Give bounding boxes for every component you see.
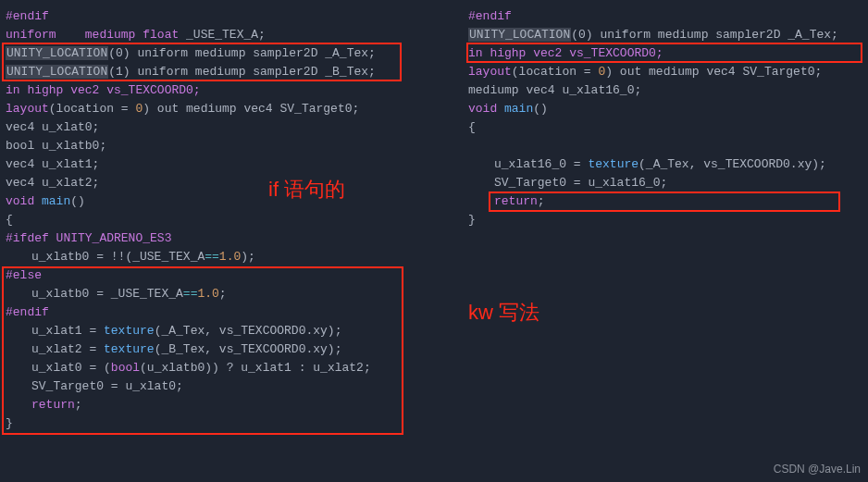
code-line: bool u_xlatb0; — [6, 137, 457, 155]
kw-layout: layout — [6, 102, 49, 116]
code-line: void main() — [6, 192, 457, 211]
code-line: mediump vec4 u_xlat16_0; — [468, 81, 862, 100]
sel-macro: UNITY_LOCATION — [6, 65, 108, 79]
code-line: vec4 u_xlat1; — [6, 155, 457, 174]
var-decl: vec4 u_xlat1; — [6, 157, 99, 171]
code-line: u_xlatb0 = !!(_USE_TEX_A==1.0); — [6, 248, 457, 266]
brace: } — [468, 213, 476, 227]
code-line: SV_Target0 = u_xlat16_0; — [468, 174, 862, 192]
fn-texture: texture — [104, 342, 155, 356]
code-line: return; — [468, 192, 862, 211]
kw-return: return — [31, 398, 75, 412]
preproc: #endif — [6, 9, 49, 23]
code-line: u_xlat2 = texture(_B_Tex, vs_TEXCOORD0.x… — [6, 340, 457, 359]
preproc: #endif — [468, 9, 512, 23]
brace: } — [6, 416, 13, 430]
code-line: u_xlat16_0 = texture(_A_Tex, vs_TEXCOORD… — [468, 155, 862, 174]
code-pane-left: #endif uniform mediump float _USE_TEX_A;… — [0, 0, 463, 482]
watermark: CSDN @Jave.Lin — [774, 460, 861, 478]
fn-main: main — [497, 102, 533, 116]
preproc: #endif — [6, 305, 49, 319]
code-line: #endif — [6, 7, 457, 26]
code-text: (_A_Tex, vs_TEXCOORD0.xy); — [639, 157, 826, 171]
kw-float: float — [143, 28, 179, 42]
code-text: (1) uniform mediump sampler2D _B_Tex; — [108, 65, 376, 79]
var-decl: mediump vec4 u_xlat16_0; — [468, 83, 641, 97]
fn-main: main — [34, 194, 70, 208]
code-text: (0) uniform mediump sampler2D _A_Tex; — [571, 28, 838, 42]
code-text: u_xlat0 = ( — [31, 361, 111, 375]
kw-void: void — [6, 194, 34, 208]
brace: { — [468, 120, 476, 134]
code-line: } — [6, 414, 457, 433]
kw-uniform: uniform mediump — [6, 28, 143, 42]
code-line: { — [6, 211, 457, 229]
code-line: SV_Target0 = u_xlat0; — [6, 377, 457, 396]
code-text: u_xlat1 = — [31, 324, 104, 338]
code-text: u_xlat16_0 = — [494, 157, 588, 171]
code-line: void main() — [468, 100, 862, 118]
code-line: u_xlatb0 = _USE_TEX_A==1.0; — [6, 285, 457, 303]
sel-macro: UNITY_LOCATION — [6, 46, 108, 60]
kw-layout: layout — [468, 65, 512, 79]
code-line: #endif — [6, 303, 457, 322]
code-line: vec4 u_xlat2; — [6, 174, 457, 192]
code-text: (u_xlatb0)) ? u_xlat1 : u_xlat2; — [140, 361, 371, 375]
code-text: (location = — [512, 65, 599, 79]
code-text: ) out mediump vec4 SV_Target0; — [605, 65, 822, 79]
punc: ); — [241, 250, 255, 264]
fn-texture: texture — [104, 324, 155, 338]
op: == — [183, 287, 198, 301]
preproc: #ifdef UNITY_ADRENO_ES3 — [6, 231, 171, 245]
code-text: u_xlat2 = — [31, 342, 104, 356]
code-line: vec4 u_xlat0; — [6, 118, 457, 137]
preproc: #else — [6, 268, 42, 282]
code-text: u_xlatb0 = _USE_TEX_A — [31, 287, 183, 301]
code-line: UNITY_LOCATION(0) uniform mediump sample… — [468, 26, 862, 44]
code-line: { — [468, 118, 862, 137]
code-line — [468, 137, 862, 155]
annotation-if: if 语句的 — [268, 180, 345, 199]
kw: in highp vec2 vs_TEXCOORD0; — [6, 83, 201, 97]
num: 1.0 — [219, 250, 241, 264]
code-text: u_xlatb0 = !!(_USE_TEX_A — [31, 250, 205, 264]
var: _USE_TEX_A; — [179, 28, 266, 42]
var-decl: bool u_xlatb0; — [6, 139, 106, 153]
code-line: in highp vec2 vs_TEXCOORD0; — [468, 44, 862, 63]
code-text: (location = — [49, 102, 136, 116]
code-text: SV_Target0 = u_xlat0; — [31, 379, 183, 393]
code-line: } — [468, 211, 862, 229]
annotation-kw: kw 写法 — [468, 303, 539, 322]
code-line: UNITY_LOCATION(1) uniform mediump sample… — [6, 63, 457, 81]
code-text: ) out mediump vec4 SV_Target0; — [143, 102, 359, 116]
code-line: uniform mediump float _USE_TEX_A; — [6, 26, 457, 44]
code-line: #else — [6, 266, 457, 285]
punc: ; — [219, 287, 227, 301]
code-line: layout(location = 0) out mediump vec4 SV… — [6, 100, 457, 118]
brace: { — [6, 213, 13, 227]
code-line: in highp vec2 vs_TEXCOORD0; — [6, 81, 457, 100]
punc: ; — [75, 398, 82, 412]
code-line: #endif — [468, 7, 862, 26]
code-line: u_xlat0 = (bool(u_xlatb0)) ? u_xlat1 : u… — [6, 359, 457, 377]
code-line: #ifdef UNITY_ADRENO_ES3 — [6, 229, 457, 248]
code-text: SV_Target0 = u_xlat16_0; — [494, 176, 667, 190]
code-pane-right: #endif UNITY_LOCATION(0) uniform mediump… — [463, 0, 868, 482]
kw-bool: bool — [111, 361, 140, 375]
var-decl: vec4 u_xlat2; — [6, 176, 99, 190]
var-decl: vec4 u_xlat0; — [6, 120, 99, 134]
fn-texture: texture — [588, 157, 639, 171]
code-text: (_B_Tex, vs_TEXCOORD0.xy); — [155, 342, 342, 356]
code-line: return; — [6, 396, 457, 414]
code-text: (0) uniform mediump sampler2D _A_Tex; — [108, 46, 376, 60]
punc: () — [70, 194, 85, 208]
code-line: UNITY_LOCATION(0) uniform mediump sample… — [6, 44, 457, 63]
kw: in highp vec2 vs_TEXCOORD0; — [468, 46, 663, 60]
punc: () — [533, 102, 548, 116]
sel-macro: UNITY_LOCATION — [468, 28, 571, 42]
code-line: layout(location = 0) out mediump vec4 SV… — [468, 63, 862, 81]
punc: ; — [538, 194, 545, 208]
code-text: (_A_Tex, vs_TEXCOORD0.xy); — [155, 324, 342, 338]
kw-return: return — [494, 194, 538, 208]
code-line: u_xlat1 = texture(_A_Tex, vs_TEXCOORD0.x… — [6, 322, 457, 340]
